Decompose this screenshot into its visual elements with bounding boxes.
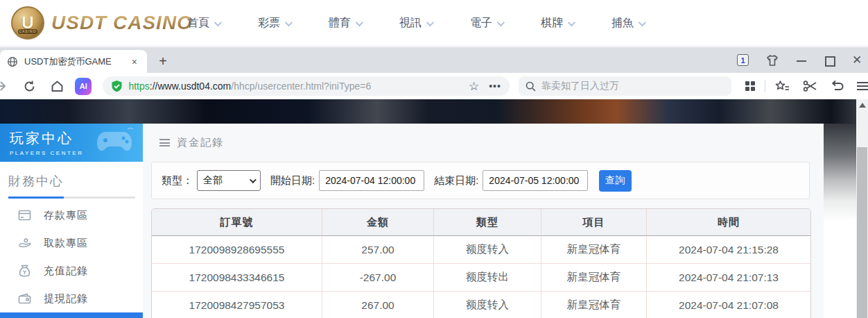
funds-table: 訂單號 金額 類型 項目 時間 1720098928695555 257.00 … [151, 208, 811, 318]
money-bag-icon [18, 265, 31, 277]
nav-item-fishing[interactable]: 捕魚 [611, 16, 644, 31]
scroll-up-arrow-icon[interactable] [859, 103, 866, 108]
bookmark-star-icon[interactable]: ☆ [469, 79, 479, 94]
col-header-order-no: 訂單號 [152, 209, 322, 236]
apps-grid-icon[interactable] [745, 81, 755, 91]
window-controls: 1 ✕ [737, 47, 862, 73]
nav-item-chess[interactable]: 棋牌 [541, 16, 573, 31]
home-button[interactable] [51, 80, 64, 92]
cell-amount: -267.00 [322, 264, 434, 292]
favorites-star-icon[interactable] [775, 80, 790, 93]
finance-section-title: 財務中心 [8, 173, 143, 190]
cell-amount: 267.00 [322, 292, 434, 318]
players-center-sidebar: 玩家中心 PLAYERS CENTER 財務中心 存款專區 [0, 124, 143, 318]
start-date-input[interactable] [319, 170, 424, 191]
toolbar-divider [765, 80, 765, 92]
maximize-button[interactable] [824, 55, 835, 66]
logo-ribbon: CASINO [18, 29, 37, 34]
type-select[interactable]: 全部 [197, 170, 261, 191]
url-more-icon[interactable]: ••• [489, 81, 501, 92]
site-header: U CASINO USDT CASINO 首頁 彩票 體育 視訊 電子 棋牌 捕… [0, 0, 868, 47]
new-tab-button[interactable]: + [154, 53, 172, 71]
screen: U CASINO USDT CASINO 首頁 彩票 體育 視訊 電子 棋牌 捕… [0, 0, 868, 318]
address-bar[interactable]: https://www.usdt04.com/hhcp/usercenter.h… [103, 76, 510, 96]
query-button[interactable]: 查詢 [599, 170, 632, 192]
window-close-button[interactable]: ✕ [851, 55, 862, 66]
sidebar-item-deposit[interactable]: 存款專區 [0, 201, 143, 229]
table-header-row: 訂單號 金額 類型 項目 時間 [152, 209, 810, 236]
skin-theme-icon[interactable] [765, 54, 779, 67]
col-header-time: 時間 [647, 209, 810, 236]
search-icon [526, 81, 536, 92]
nav-item-lottery[interactable]: 彩票 [258, 16, 290, 31]
nav-item-live[interactable]: 視訊 [399, 16, 432, 31]
cell-amount: 257.00 [322, 236, 434, 264]
wallet-icon [18, 293, 31, 304]
cell-type: 额度转入 [434, 292, 541, 318]
globe-favicon-icon [7, 56, 18, 67]
page-background-fade [824, 124, 856, 318]
logo-text: USDT CASINO [51, 12, 193, 34]
end-date-input[interactable] [483, 170, 588, 191]
ai-assistant-button[interactable]: AI [75, 78, 92, 95]
nav-item-sports[interactable]: 體育 [329, 16, 361, 31]
page-scrollbar[interactable] [856, 99, 868, 318]
browser-toolbar: AI https://www.usdt04.com/hhcp/usercente… [0, 73, 868, 99]
col-header-amount: 金額 [322, 209, 434, 236]
breadcrumb: 資金記錄 [143, 124, 824, 149]
site-nav: 首頁 彩票 體育 視訊 電子 棋牌 捕魚 [187, 0, 644, 47]
site-logo[interactable]: U CASINO USDT CASINO [11, 6, 193, 40]
tab-title: USDT加密货币GAME [24, 56, 129, 68]
url-host: ://www.usdt04.com [150, 81, 232, 92]
cell-project: 新皇冠体育 [541, 264, 647, 292]
table-row: 1720098928695555 257.00 额度转入 新皇冠体育 2024-… [152, 236, 810, 264]
sidebar-item-cashout-records[interactable]: 提現記錄 [0, 285, 143, 312]
select-chevron-icon [250, 176, 257, 183]
sidebar-menu: 存款專區 取款專區 充值記錄 提現記錄 資金記錄 › [0, 201, 143, 318]
deposit-card-icon [18, 210, 31, 221]
cell-order-no: 1720098427957053 [152, 292, 322, 318]
logo-coin-icon: U CASINO [11, 6, 44, 40]
chevron-down-icon [356, 18, 363, 26]
minimize-button[interactable] [796, 55, 807, 66]
cell-project: 新皇冠体育 [541, 292, 647, 318]
sidebar-item-recharge-records[interactable]: 充值記錄 [0, 257, 143, 285]
toolbar-search-box[interactable]: 靠卖知了日入过万 [519, 76, 731, 96]
nav-item-slots[interactable]: 電子 [470, 16, 503, 31]
url-path: /hhcp/usercenter.html?iniType=6 [231, 81, 371, 92]
scrollbar-thumb[interactable] [857, 147, 867, 318]
forward-button[interactable] [0, 80, 8, 92]
search-placeholder: 靠卖知了日入过万 [541, 80, 619, 92]
chevron-down-icon [214, 18, 222, 26]
cell-time: 2024-07-04 21:07:08 [647, 292, 810, 318]
start-date-label: 開始日期: [270, 174, 315, 187]
secure-shield-icon [111, 80, 123, 92]
sidebar-item-funds-records[interactable]: 資金記錄 › [0, 312, 143, 318]
url-text: https://www.usdt04.com/hhcp/usercenter.h… [128, 81, 463, 92]
toolbar-right-icons [775, 80, 868, 93]
tab-close-icon[interactable]: × [129, 56, 140, 67]
screenshot-scissors-icon[interactable] [803, 80, 817, 92]
cell-order-no: 1720098433346615 [152, 264, 322, 292]
filter-bar: 類型： 全部 開始日期: 結束日期: 查詢 [151, 162, 810, 199]
cell-project: 新皇冠体育 [541, 236, 647, 264]
end-date-label: 結束日期: [434, 174, 478, 187]
tab-count-badge[interactable]: 1 [737, 54, 749, 66]
col-header-type: 類型 [434, 209, 541, 236]
col-header-project: 項目 [541, 209, 647, 236]
section-divider [8, 196, 135, 199]
sidebar-item-withdraw[interactable]: 取款專區 [0, 229, 143, 257]
chevron-down-icon [497, 18, 505, 26]
undo-icon[interactable] [831, 80, 844, 92]
browser-menu-icon[interactable] [857, 82, 868, 90]
browser-tab-active[interactable]: USDT加密货币GAME × [0, 50, 147, 73]
hero-background-image [0, 99, 856, 124]
sidebar-header: 玩家中心 PLAYERS CENTER [0, 124, 143, 162]
funds-records-panel: 資金記錄 類型： 全部 開始日期: 結束日期: 查詢 訂單號 [143, 124, 824, 318]
nav-item-home[interactable]: 首頁 [187, 16, 220, 31]
type-label: 類型： [162, 174, 193, 187]
cell-type: 额度转出 [434, 264, 541, 292]
refresh-button[interactable] [23, 80, 36, 93]
table-row: 1720098427957053 267.00 额度转入 新皇冠体育 2024-… [152, 292, 810, 318]
gamepad-icon [96, 126, 136, 156]
